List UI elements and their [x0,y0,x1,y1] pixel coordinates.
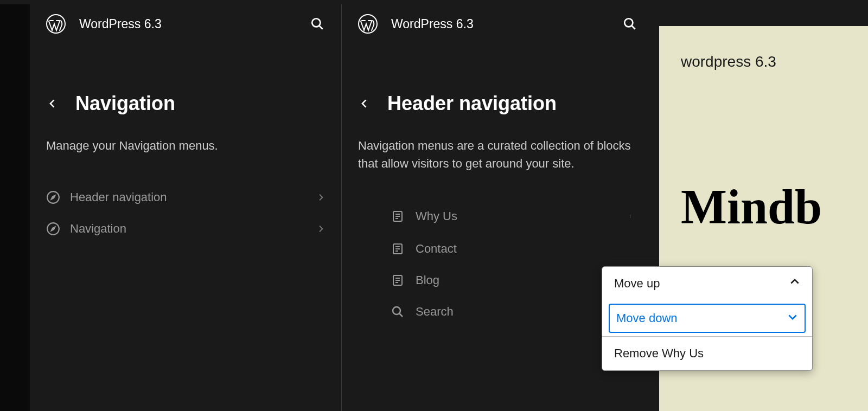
search-icon[interactable] [622,16,637,31]
back-button[interactable] [358,98,371,109]
svg-point-1 [312,18,320,27]
menu-move-up[interactable]: Move up [602,267,812,300]
page-label: Why Us [416,209,615,223]
chevron-down-icon [787,311,798,325]
svg-marker-4 [52,196,55,200]
menu-move-down[interactable]: Move down [609,304,806,333]
section-header: Navigation [46,92,325,115]
navigation-panel: WordPress 6.3 Navigation Manage your Nav… [30,4,342,411]
page-label: Contact [416,242,637,256]
section: Navigation Manage your Navigation menus.… [30,43,341,255]
wordpress-logo-icon[interactable] [358,14,378,34]
nav-menu-list: Header navigation Navigation [46,182,325,245]
section-title: Header navigation [387,92,557,115]
svg-point-14 [630,215,630,215]
section-header: Header navigation [358,92,637,115]
more-options-button[interactable] [626,208,637,224]
page-item-search[interactable]: Search [358,296,637,327]
menu-label: Move down [616,311,678,325]
svg-point-16 [630,217,630,217]
back-button[interactable] [46,98,59,109]
page-item-blog[interactable]: Blog [358,265,637,296]
svg-line-9 [631,25,635,29]
panel-header: WordPress 6.3 [30,4,341,43]
section-title: Navigation [75,92,175,115]
svg-marker-6 [52,227,55,231]
nav-item-label: Navigation [70,222,307,236]
nav-item-label: Header navigation [70,190,307,204]
chevron-up-icon [789,277,800,291]
page-list: Why Us Contact Blog [358,200,637,327]
svg-point-8 [624,18,633,27]
svg-point-25 [393,307,400,314]
page-icon [391,273,405,287]
svg-line-26 [399,313,403,317]
context-menu: Move up Move down Remove Why Us [602,266,813,371]
nav-item-header-navigation[interactable]: Header navigation [46,182,325,213]
chevron-right-icon [316,224,325,233]
wordpress-logo-icon[interactable] [46,14,66,34]
svg-point-15 [630,216,630,216]
compass-icon [46,190,60,204]
preview-brand: wordpress 6.3 [681,53,846,70]
chevron-right-icon [316,193,325,202]
header-left: WordPress 6.3 [46,14,162,34]
app-title: WordPress 6.3 [391,17,474,31]
panel-header: WordPress 6.3 [342,4,654,43]
app-title: WordPress 6.3 [79,17,162,31]
section-description: Manage your Navigation menus. [46,137,325,155]
page-item-why-us[interactable]: Why Us [358,200,637,233]
menu-label: Move up [614,277,660,291]
search-icon[interactable] [310,16,325,31]
menu-remove[interactable]: Remove Why Us [602,337,812,370]
preview-hero-text: Mindb [681,179,846,235]
nav-item-navigation[interactable]: Navigation [46,213,325,245]
svg-line-2 [319,25,323,29]
compass-icon [46,222,60,236]
header-left: WordPress 6.3 [358,14,474,34]
menu-label: Remove Why Us [614,346,704,361]
page-icon [391,209,405,223]
top-strip [0,0,868,4]
page-icon [391,242,405,256]
section-description: Navigation menus are a curated collectio… [358,137,637,172]
search-icon [391,305,405,319]
page-item-contact[interactable]: Contact [358,233,637,265]
